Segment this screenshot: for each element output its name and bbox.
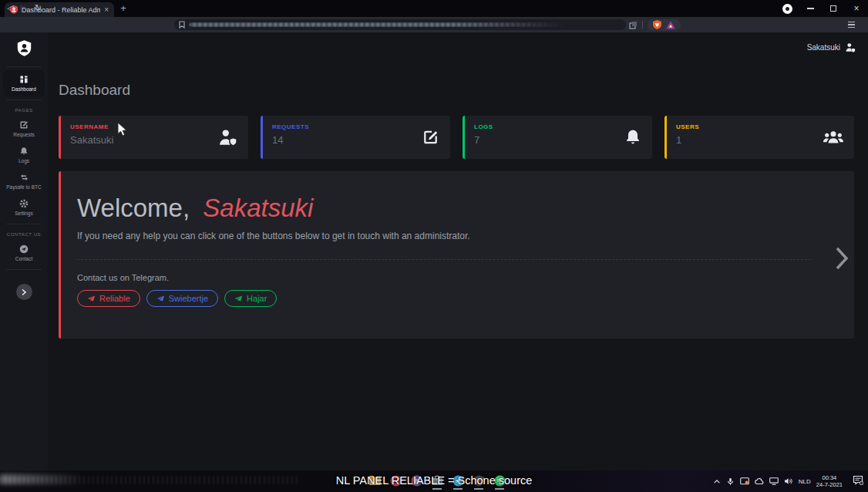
app-logo[interactable] <box>0 32 48 63</box>
edit-icon <box>421 128 440 147</box>
sidebar-section-contact-us: CONTACT US <box>7 232 41 237</box>
sidebar-item-contact[interactable]: Contact <box>3 240 45 266</box>
sidebar-divider <box>6 224 42 224</box>
telegram-button-hajar[interactable]: Hajar <box>224 290 277 307</box>
screen-capture-icon[interactable] <box>740 477 749 485</box>
forward-icon[interactable]: ▷ <box>21 0 27 15</box>
new-tab-button[interactable]: + <box>117 2 130 14</box>
tab-close-icon[interactable]: × <box>104 6 109 14</box>
telegram-circle-icon <box>19 244 29 254</box>
file-explorer-icon[interactable] <box>368 474 381 487</box>
blurred-start-area <box>0 474 83 484</box>
tray-expand-icon[interactable] <box>713 478 721 485</box>
stat-value: 1 <box>676 134 845 146</box>
url-bar[interactable] <box>174 19 626 30</box>
welcome-panel: Welcome, Sakatsuki If you need any help … <box>59 171 854 339</box>
stat-card-username: USERNAME Sakatsuki <box>59 116 248 159</box>
welcome-username: Sakatsuki <box>203 194 313 222</box>
briefcase-icon[interactable] <box>431 474 443 487</box>
app-open-indicator <box>432 488 442 490</box>
sidebar-item-label: Contact <box>15 256 32 261</box>
extensions-icon[interactable] <box>629 21 638 29</box>
bookmark-icon <box>179 21 185 29</box>
sidebar-item-logs[interactable]: Logs <box>3 142 45 168</box>
telegram-app-icon[interactable] <box>452 474 464 487</box>
browser-menu-icon[interactable] <box>848 17 855 32</box>
volume-icon[interactable] <box>784 477 793 485</box>
dashed-divider <box>77 259 811 260</box>
shield-app-icon[interactable] <box>473 474 485 487</box>
user-badge-icon[interactable] <box>845 42 856 52</box>
telegram-plane-icon <box>156 295 165 303</box>
language-indicator[interactable]: NLD <box>799 478 811 485</box>
blurred-url-text <box>189 22 565 27</box>
back-icon[interactable]: ◁ <box>7 0 13 15</box>
stat-value: 7 <box>474 134 643 146</box>
page-viewport: Dashboard PAGES Requests Logs <box>0 32 868 470</box>
browser-tabstrip: Dashboard - Reliable Admin × + × <box>0 0 868 17</box>
stat-label: USERNAME <box>70 123 239 130</box>
welcome-heading: Welcome, Sakatsuki <box>77 194 839 222</box>
button-label: Swiebertje <box>169 294 208 303</box>
green-app-icon[interactable] <box>493 474 506 487</box>
topbar: Sakatsuki <box>48 32 868 62</box>
app-open-indicator <box>495 488 504 490</box>
network-icon[interactable] <box>769 477 779 485</box>
carousel-next-icon[interactable] <box>834 245 849 271</box>
welcome-subtitle: If you need any help you can click one o… <box>77 231 839 241</box>
sidebar-toggle-button[interactable] <box>16 284 32 300</box>
bell-icon <box>19 147 29 156</box>
sidebar-item-label: Paysafe to BTC <box>6 184 42 190</box>
page-title: Dashboard <box>59 82 868 99</box>
browser-app-icon-2[interactable] <box>410 474 422 487</box>
sidebar-item-requests[interactable]: Requests <box>3 116 45 142</box>
close-window-button[interactable]: × <box>845 0 868 17</box>
brave-shield-icon[interactable] <box>653 20 661 29</box>
mouse-cursor <box>117 122 128 137</box>
taskbar-apps <box>368 474 506 487</box>
sidebar: Dashboard PAGES Requests Logs <box>0 32 48 470</box>
users-icon <box>823 128 844 147</box>
chevron-right-icon <box>21 288 27 296</box>
bat-triangle-icon[interactable] <box>666 21 675 29</box>
exchange-arrows-icon <box>19 173 29 182</box>
toolbar-divider <box>642 21 643 29</box>
shield-pill <box>648 19 681 31</box>
maximize-button[interactable] <box>822 0 845 17</box>
sidebar-item-paysafe-to-btc[interactable]: Paysafe to BTC <box>3 168 45 194</box>
sidebar-divider <box>6 99 42 100</box>
sidebar-item-label: Dashboard <box>12 86 36 92</box>
sidebar-item-dashboard[interactable]: Dashboard <box>3 70 45 96</box>
main-content: Sakatsuki Dashboard USERNAME Sakatsuki <box>48 32 868 470</box>
profile-button[interactable] <box>775 0 799 17</box>
telegram-buttons: Reliable Swiebertje Hajar <box>77 290 839 307</box>
clock-time: 00:34 <box>823 474 837 481</box>
telegram-button-reliable[interactable]: Reliable <box>77 290 140 307</box>
dashboard-icon <box>19 75 29 84</box>
stat-value: Sakatsuki <box>70 134 239 146</box>
sidebar-item-label: Logs <box>19 158 29 163</box>
telegram-button-swiebertje[interactable]: Swiebertje <box>146 290 218 307</box>
sidebar-item-settings[interactable]: Settings <box>3 194 45 221</box>
welcome-greeting: Welcome, <box>77 194 190 222</box>
reload-icon[interactable]: ↻ <box>35 0 42 15</box>
bell-icon <box>624 128 642 147</box>
microphone-icon[interactable] <box>726 477 735 486</box>
window-controls: × <box>775 0 868 17</box>
browser-app-icon[interactable] <box>389 474 402 487</box>
clock-date: 24-7-2021 <box>816 481 843 488</box>
user-shield-icon <box>217 128 238 147</box>
stat-card-logs: LOGS 7 <box>463 116 652 159</box>
notification-center-icon[interactable] <box>853 474 863 488</box>
logo-shield-icon <box>17 40 32 56</box>
clock[interactable]: 00:34 24-7-2021 <box>816 474 843 488</box>
telegram-plane-icon <box>234 295 243 303</box>
telegram-plane-icon <box>87 295 96 303</box>
tab-title: Dashboard - Reliable Admin <box>22 6 100 14</box>
cloud-sync-icon[interactable] <box>755 477 764 485</box>
gear-icon <box>19 199 29 208</box>
topbar-username[interactable]: Sakatsuki <box>807 43 840 52</box>
sidebar-divider <box>6 66 42 67</box>
edit-icon <box>19 120 29 130</box>
minimize-button[interactable] <box>799 0 822 17</box>
